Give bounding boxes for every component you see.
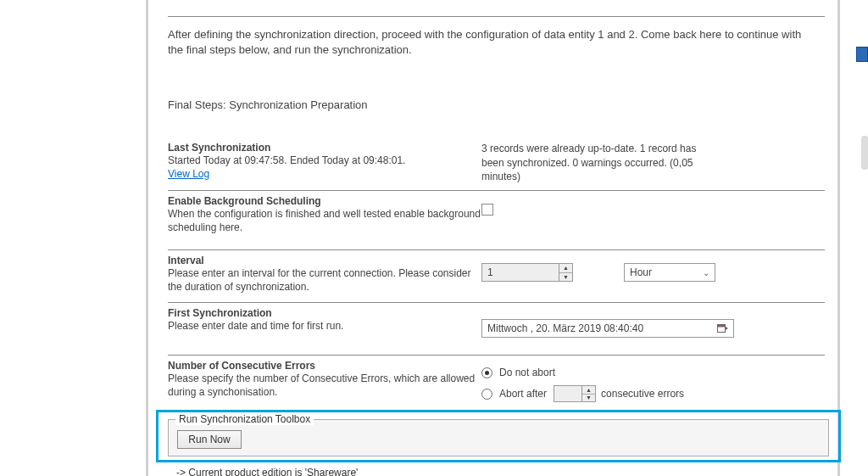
spinner-arrows: ▲ ▼	[581, 386, 595, 401]
errors-left: Number of Consecutive Errors Please spec…	[168, 360, 481, 399]
errors-title: Number of Consecutive Errors	[168, 360, 481, 372]
run-sync-toolbox: Run Synchronization Toolbox Run Now	[168, 419, 829, 456]
radio-abort-prefix: Abort after	[499, 388, 547, 400]
errors-right: Do not abort Abort after ▲ ▼ consecutive…	[481, 360, 829, 409]
radio-no-abort-row: Do not abort	[481, 367, 829, 378]
radio-abort-row: Abort after ▲ ▼ consecutive errors	[481, 385, 829, 402]
errors-desc: Please specify the number of Consecutive…	[168, 372, 481, 399]
spinner-down-icon[interactable]: ▼	[582, 395, 595, 402]
radio-abort-suffix: consecutive errors	[601, 388, 684, 400]
left-panel-border	[146, 0, 148, 476]
errors-row: Number of Consecutive Errors Please spec…	[168, 360, 829, 409]
radio-no-abort[interactable]	[481, 367, 492, 378]
log-output-line: -> Current product edition is 'Shareware…	[176, 467, 358, 476]
run-now-label: Run Now	[188, 434, 230, 445]
abort-count-spinner[interactable]: ▲ ▼	[554, 385, 596, 402]
right-panel-border	[837, 0, 840, 476]
radio-no-abort-label: Do not abort	[499, 367, 555, 378]
side-widget-icon[interactable]	[856, 47, 868, 62]
spinner-up-icon[interactable]: ▲	[582, 386, 595, 395]
scrollbar-thumb[interactable]	[861, 136, 868, 170]
toolbox-legend: Run Synchronization Toolbox	[175, 413, 314, 425]
run-now-button[interactable]: Run Now	[177, 430, 242, 449]
radio-abort-after[interactable]	[481, 389, 492, 400]
